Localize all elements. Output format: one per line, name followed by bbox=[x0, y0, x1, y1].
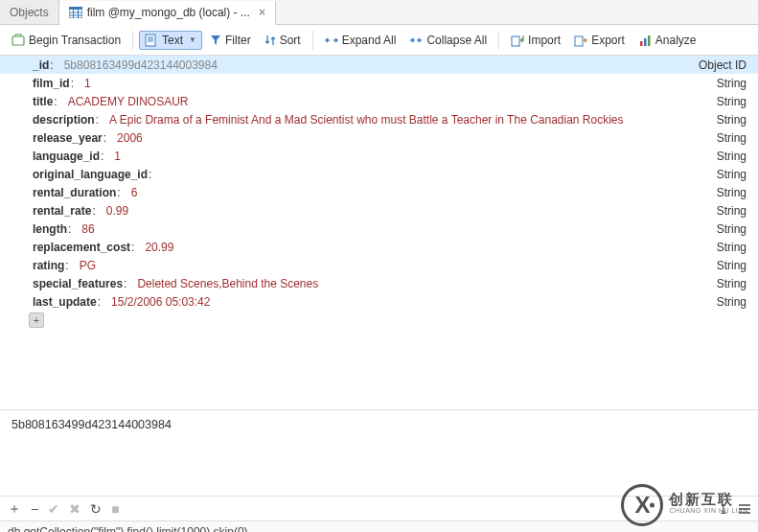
tab-film[interactable]: film @my_mongo_db (local) - ... × bbox=[59, 1, 276, 25]
export-label: Export bbox=[591, 34, 625, 47]
close-icon[interactable]: × bbox=[259, 6, 265, 19]
filter-button[interactable]: Filter bbox=[204, 31, 257, 50]
field-value: 0.99 bbox=[106, 204, 128, 218]
separator bbox=[132, 31, 133, 50]
table-icon bbox=[69, 7, 82, 18]
field-key: description bbox=[33, 113, 95, 127]
field-value: A Epic Drama of a Feminist And a Mad Sci… bbox=[109, 113, 624, 127]
field-value: 6 bbox=[131, 186, 138, 199]
begin-transaction-label: Begin Transaction bbox=[29, 34, 121, 47]
field-value: 1 bbox=[84, 77, 91, 90]
field-value: 15/2/2006 05:03:42 bbox=[111, 295, 210, 309]
text-icon bbox=[145, 34, 158, 47]
field-type: Object ID bbox=[699, 58, 750, 72]
watermark-cn: 创新互联 bbox=[669, 494, 748, 505]
field-key: rental_rate bbox=[33, 204, 91, 218]
analyze-label: Analyze bbox=[655, 34, 697, 47]
watermark-circle: X bbox=[621, 484, 663, 526]
sort-icon bbox=[264, 35, 276, 46]
field-row[interactable]: release_year:2006String bbox=[0, 128, 758, 147]
field-value: PG bbox=[80, 259, 96, 272]
analyze-button[interactable]: Analyze bbox=[632, 31, 702, 50]
tab-objects-label: Objects bbox=[10, 6, 49, 19]
expand-all-label: Expand All bbox=[342, 34, 397, 47]
collapse-icon bbox=[409, 35, 423, 46]
cancel-button[interactable]: ✖ bbox=[69, 501, 80, 517]
field-row[interactable]: replacement_cost:20.99String bbox=[0, 238, 758, 256]
toolbar: Begin Transaction Text ▼ Filter Sort Exp… bbox=[0, 25, 758, 56]
svg-rect-11 bbox=[512, 36, 519, 46]
field-row[interactable]: length:86String bbox=[0, 220, 758, 238]
field-row[interactable]: language_id:1String bbox=[0, 147, 758, 165]
field-key: title bbox=[33, 95, 53, 108]
field-value: ACADEMY DINOSAUR bbox=[68, 95, 189, 108]
field-row[interactable]: rental_rate:0.99String bbox=[0, 201, 758, 220]
field-type: String bbox=[717, 241, 750, 254]
field-value: Deleted Scenes,Behind the Scenes bbox=[137, 277, 318, 290]
import-button[interactable]: Import bbox=[505, 31, 566, 50]
add-field-button[interactable]: + bbox=[29, 312, 44, 328]
add-record-button[interactable]: ＋ bbox=[8, 500, 21, 518]
refresh-button[interactable]: ↻ bbox=[90, 501, 102, 517]
sort-button[interactable]: Sort bbox=[259, 31, 307, 50]
field-type: String bbox=[717, 186, 750, 199]
svg-rect-13 bbox=[640, 41, 643, 46]
collapse-all-label: Collapse All bbox=[426, 34, 487, 47]
field-key: rental_duration bbox=[33, 186, 116, 199]
chevron-down-icon[interactable]: ▼ bbox=[189, 35, 196, 44]
field-row[interactable]: film_id:1String bbox=[0, 74, 758, 92]
field-type: String bbox=[717, 204, 750, 218]
remove-record-button[interactable]: − bbox=[31, 501, 38, 517]
field-key: replacement_cost bbox=[33, 241, 130, 254]
export-button[interactable]: Export bbox=[568, 31, 631, 50]
field-type: String bbox=[717, 295, 750, 309]
field-row[interactable]: original_language_id:String bbox=[0, 165, 758, 183]
field-key: language_id bbox=[33, 150, 100, 163]
tab-bar: Objects film @my_mongo_db (local) - ... … bbox=[0, 0, 758, 25]
field-type: String bbox=[717, 95, 750, 108]
begin-transaction-button[interactable]: Begin Transaction bbox=[6, 31, 126, 50]
collapse-all-button[interactable]: Collapse All bbox=[403, 31, 493, 50]
svg-rect-7 bbox=[146, 35, 155, 46]
field-value: 5b808163499d423144003984 bbox=[64, 58, 218, 72]
field-row[interactable]: description:A Epic Drama of a Feminist A… bbox=[0, 110, 758, 128]
field-type: String bbox=[717, 150, 750, 163]
field-row[interactable]: last_update:15/2/2006 05:03:42String bbox=[0, 292, 758, 311]
svg-rect-1 bbox=[69, 7, 82, 10]
field-type: String bbox=[717, 222, 750, 236]
raw-id-value: 5b808163499d423144003984 bbox=[11, 418, 172, 431]
field-value: 86 bbox=[81, 222, 94, 236]
tab-film-label: film @my_mongo_db (local) - ... bbox=[87, 6, 250, 19]
field-value: 1 bbox=[114, 150, 121, 163]
import-icon bbox=[511, 34, 524, 47]
field-key: _id bbox=[33, 58, 49, 72]
svg-rect-6 bbox=[12, 36, 24, 45]
text-mode-button[interactable]: Text ▼ bbox=[139, 31, 202, 50]
transaction-icon bbox=[11, 34, 25, 47]
field-key: film_id bbox=[33, 77, 70, 90]
field-type: String bbox=[717, 168, 750, 181]
field-type: String bbox=[717, 77, 750, 90]
field-key: original_language_id bbox=[33, 168, 148, 181]
field-row[interactable]: rental_duration:6String bbox=[0, 183, 758, 201]
field-type: String bbox=[717, 131, 750, 145]
expand-icon bbox=[325, 35, 338, 46]
svg-rect-12 bbox=[575, 36, 583, 46]
expand-all-button[interactable]: Expand All bbox=[319, 31, 402, 50]
field-row[interactable]: rating:PGString bbox=[0, 256, 758, 274]
field-row[interactable]: special_features:Deleted Scenes,Behind t… bbox=[0, 274, 758, 292]
stop-button[interactable]: ■ bbox=[111, 501, 119, 517]
field-key: special_features bbox=[33, 277, 123, 290]
commit-button[interactable]: ✔ bbox=[48, 501, 59, 517]
sort-label: Sort bbox=[280, 34, 301, 47]
text-label: Text bbox=[162, 34, 183, 47]
query-text: db.getCollection("film").find().limit(10… bbox=[8, 525, 248, 532]
filter-label: Filter bbox=[225, 34, 251, 47]
field-row[interactable]: title:ACADEMY DINOSAURString bbox=[0, 92, 758, 110]
field-value: 20.99 bbox=[145, 241, 173, 254]
field-row-id[interactable]: _id: 5b808163499d423144003984 Object ID bbox=[0, 56, 758, 74]
document-view[interactable]: _id: 5b808163499d423144003984 Object ID … bbox=[0, 56, 758, 410]
field-value: 2006 bbox=[117, 131, 143, 145]
tab-objects[interactable]: Objects bbox=[0, 0, 59, 24]
watermark-logo: X 创新互联 CHUANG XIN HU LIAN bbox=[621, 484, 748, 526]
